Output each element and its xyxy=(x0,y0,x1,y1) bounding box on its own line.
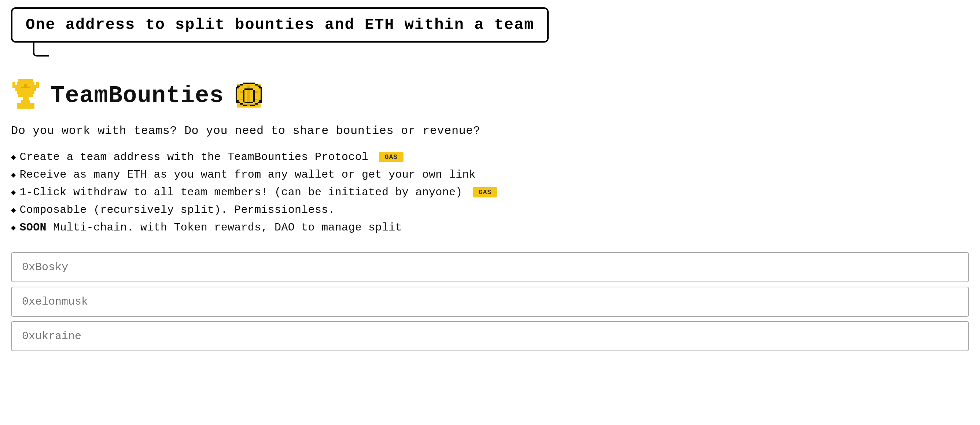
svg-rect-8 xyxy=(23,97,29,100)
address-input-3[interactable] xyxy=(11,321,969,351)
app-title: TeamBounties xyxy=(51,83,224,109)
list-item: ◆ 1-Click withdraw to all team members! … xyxy=(11,186,969,198)
svg-rect-5 xyxy=(18,94,33,97)
svg-rect-28 xyxy=(243,83,255,84)
svg-rect-13 xyxy=(21,86,30,88)
bullet-icon: ◆ xyxy=(11,187,16,197)
soon-label: SOON xyxy=(20,221,46,234)
trophy-icon xyxy=(11,79,40,112)
feature-text: Receive as many ETH as you want from any… xyxy=(20,168,476,181)
svg-rect-7 xyxy=(36,82,39,88)
address-input-1[interactable] xyxy=(11,252,969,282)
speech-bubble-container: One address to split bounties and ETH wi… xyxy=(11,7,549,43)
svg-rect-40 xyxy=(255,103,258,105)
feature-list: ◆ Create a team address with the TeamBou… xyxy=(11,151,969,234)
svg-rect-12 xyxy=(24,84,27,86)
svg-rect-20 xyxy=(235,91,237,100)
svg-rect-39 xyxy=(240,103,243,105)
header-row: TeamBounties xyxy=(11,79,969,112)
svg-rect-6 xyxy=(13,82,15,88)
svg-rect-35 xyxy=(235,100,239,102)
bullet-icon: ◆ xyxy=(11,170,16,180)
svg-rect-50 xyxy=(247,90,250,102)
feature-text: Composable (recursively split). Permissi… xyxy=(20,204,335,216)
svg-rect-34 xyxy=(259,87,262,88)
speech-bubble-text: One address to split bounties and ETH wi… xyxy=(25,16,534,34)
description-text: Do you work with teams? Do you need to s… xyxy=(11,124,969,137)
gas-badge-1: GAS xyxy=(379,152,404,162)
feature-text: 1-Click withdraw to all team members! (c… xyxy=(20,186,498,198)
svg-rect-32 xyxy=(258,86,261,87)
svg-rect-4 xyxy=(17,91,35,94)
svg-rect-9 xyxy=(21,100,30,103)
svg-rect-47 xyxy=(253,90,255,102)
svg-rect-29 xyxy=(240,84,243,86)
svg-rect-3 xyxy=(15,88,36,91)
svg-rect-48 xyxy=(245,102,253,103)
svg-rect-31 xyxy=(237,86,240,87)
svg-rect-33 xyxy=(235,87,239,88)
svg-rect-37 xyxy=(237,102,240,103)
coin-icon xyxy=(234,81,264,110)
list-item: ◆ Create a team address with the TeamBou… xyxy=(11,151,969,163)
list-item: ◆ Composable (recursively split). Permis… xyxy=(11,204,969,216)
list-item: ◆ SOON Multi-chain. with Token rewards, … xyxy=(11,221,969,234)
svg-rect-46 xyxy=(243,90,245,102)
svg-rect-38 xyxy=(258,102,261,103)
list-item: ◆ Receive as many ETH as you want from a… xyxy=(11,168,969,181)
svg-rect-30 xyxy=(255,84,258,86)
bullet-icon: ◆ xyxy=(11,223,16,233)
svg-rect-45 xyxy=(245,88,253,90)
address-input-2[interactable] xyxy=(11,287,969,317)
feature-text: SOON Multi-chain. with Token rewards, DA… xyxy=(20,221,402,234)
bullet-icon: ◆ xyxy=(11,205,16,215)
feature-text: Create a team address with the TeamBount… xyxy=(20,151,404,163)
gas-badge-2: GAS xyxy=(473,187,497,197)
svg-rect-10 xyxy=(17,103,35,106)
svg-rect-0 xyxy=(18,79,33,82)
speech-bubble: One address to split bounties and ETH wi… xyxy=(11,7,549,43)
bullet-icon: ◆ xyxy=(11,152,16,162)
svg-rect-11 xyxy=(17,106,35,109)
inputs-section xyxy=(11,252,969,356)
svg-rect-36 xyxy=(259,100,262,102)
svg-rect-21 xyxy=(261,91,262,100)
